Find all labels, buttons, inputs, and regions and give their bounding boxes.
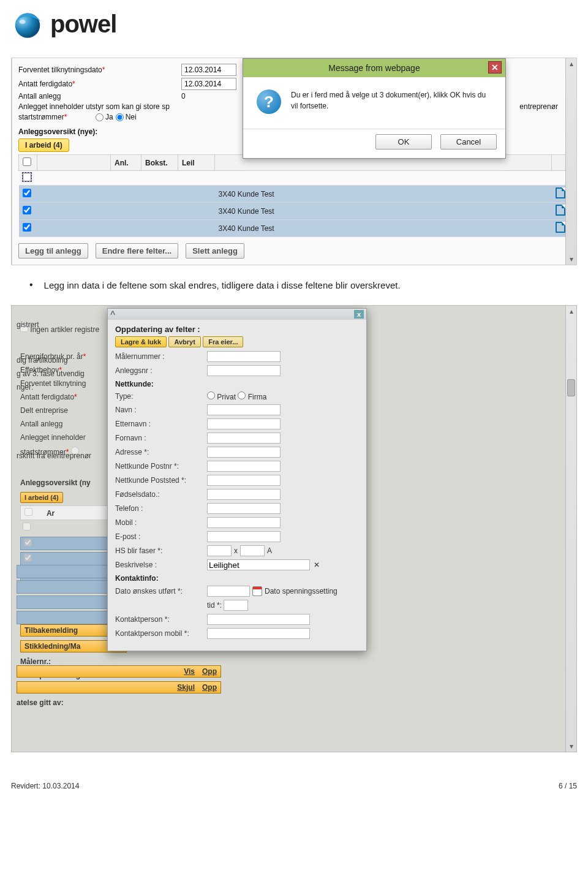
message-box: Message from webpage ✕ ? Du er i ferd me… (243, 58, 506, 159)
label-forventet-dato: Forventet tilknytningsdato* (18, 66, 178, 74)
button-lagre-lukk[interactable]: Lagre & lukk (115, 336, 167, 347)
logo-sphere-icon (11, 7, 44, 40)
input-poststed[interactable] (207, 475, 281, 486)
message-box-text: Du er i ferd med å velge ut 3 dokument(e… (291, 89, 492, 112)
footer-page-number: 6 / 15 (559, 782, 577, 790)
bullet-note: • Legg inn data i de feltene som skal en… (29, 280, 577, 290)
input-navn[interactable] (207, 404, 281, 415)
input-hs-faser-1[interactable] (207, 545, 232, 556)
header-nettkunde: Nettkunde: (115, 380, 359, 388)
input-fornavn[interactable] (207, 433, 281, 444)
input-telefon[interactable] (207, 503, 281, 514)
label-etternavn: Etternavn : (115, 420, 207, 428)
input-fodselsdato[interactable] (207, 489, 281, 500)
label-utstyr-line: Anlegget inneholder utstyr som kan gi st… (18, 102, 170, 111)
cell-desc (215, 171, 552, 186)
scrollbar[interactable]: ▴ ▾ (565, 306, 576, 752)
input-postnr[interactable] (207, 461, 281, 472)
message-box-title: Message from webpage (328, 63, 420, 73)
chevron-up-icon[interactable]: ^ (110, 309, 115, 319)
radio-type-firma[interactable]: Firma (238, 391, 266, 401)
tab-i-arbeid[interactable]: I arbeid (4) (18, 138, 69, 152)
label-navn: Navn : (115, 406, 207, 414)
label-kontaktperson-mobil: Kontaktperson mobil *: (115, 629, 207, 638)
logo-wordmark: powel (50, 10, 116, 38)
svg-point-1 (20, 20, 26, 24)
button-legg-til-anlegg[interactable]: Legg til anlegg (18, 243, 88, 259)
input-anleggsnr[interactable] (207, 365, 281, 376)
document-icon[interactable] (556, 187, 565, 198)
cell-desc: 3X40 Kunde Test (215, 220, 552, 237)
value-antall-anlegg: 0 (181, 92, 186, 100)
close-icon[interactable]: ✕ (488, 61, 502, 74)
input-malernummer[interactable] (207, 351, 281, 362)
radio-type-privat[interactable]: Privat (207, 391, 236, 401)
trail-entreprenor: entreprenør (519, 102, 558, 111)
radio-startstrommer[interactable]: Ja Nei (96, 113, 137, 121)
cell-desc: 3X40 Kunde Test (215, 203, 552, 220)
label-startstrommer: startstrømmer* (18, 113, 92, 121)
checkbox-select-all[interactable] (23, 157, 31, 166)
calendar-icon[interactable] (252, 586, 262, 596)
dialog-title: Oppdatering av felter : (115, 325, 359, 334)
input-epost[interactable] (207, 531, 281, 542)
document-icon[interactable] (556, 205, 565, 216)
input-mobil[interactable] (207, 517, 281, 528)
clear-icon[interactable]: ✕ (314, 561, 320, 569)
close-icon[interactable]: x (354, 310, 364, 319)
col-bokst: Bokst. (141, 155, 178, 171)
button-endre-flere-felter[interactable]: Endre flere felter... (96, 243, 178, 259)
scroll-down-icon[interactable]: ▾ (566, 741, 576, 752)
checkbox-row[interactable] (23, 173, 31, 181)
scroll-thumb[interactable] (567, 379, 575, 396)
button-fra-eier[interactable]: Fra eier... (203, 336, 243, 347)
label-malernummer: Målernummer : (115, 352, 207, 361)
label-antatt-dato: Antatt ferdigdato* (18, 80, 178, 88)
input-kontaktperson[interactable] (207, 614, 310, 625)
input-kontaktperson-mobil[interactable] (207, 628, 310, 639)
input-adresse[interactable] (207, 447, 281, 458)
bullet-icon: • (29, 280, 33, 290)
scrollbar[interactable]: ▴ ▾ (565, 58, 576, 265)
screenshot-bottom: Ingen artikler registre Energiforbruk pr… (11, 305, 577, 752)
checkbox-row[interactable] (23, 189, 31, 197)
input-beskrivelse[interactable] (207, 559, 310, 570)
button-slett-anlegg[interactable]: Slett anlegg (186, 243, 244, 259)
label-hs-faser: HS blir faser *: (115, 546, 207, 555)
screenshot-top: Forventet tilknytningsdato* dd.mm.åååå A… (11, 58, 577, 265)
label-poststed: Nettkunde Poststed *: (115, 476, 207, 485)
button-avbryt[interactable]: Avbryt (168, 336, 200, 347)
label-mobil: Mobil : (115, 518, 207, 527)
checkbox-row[interactable] (23, 223, 31, 232)
label-kontaktperson: Kontaktperson *: (115, 615, 207, 624)
col-anl: Anl. (111, 155, 141, 171)
input-forventet-dato[interactable] (181, 64, 236, 76)
button-cancel[interactable]: Cancel (440, 134, 497, 149)
label-beskrivelse: Beskrivelse : (115, 561, 207, 569)
input-tid[interactable] (224, 600, 248, 611)
label-epost: E-post : (115, 532, 207, 541)
input-antatt-dato[interactable] (181, 78, 236, 90)
question-icon: ? (257, 89, 281, 114)
label-type: Type: (115, 392, 207, 401)
cell-desc: 3X40 Kunde Test (215, 186, 552, 203)
document-icon[interactable] (556, 222, 565, 233)
input-hs-faser-2[interactable] (240, 545, 265, 556)
label-antall-anlegg: Antall anlegg (18, 92, 178, 100)
input-etternavn[interactable] (207, 418, 281, 429)
label-telefon: Telefon : (115, 504, 207, 513)
logo: powel (11, 7, 577, 40)
input-dato-utfort[interactable] (207, 586, 250, 597)
checkbox-row[interactable] (23, 206, 31, 214)
label-dato-utfort: Dato ønskes utført *: (115, 587, 207, 595)
scroll-down-icon[interactable]: ▾ (566, 254, 576, 265)
scroll-up-icon[interactable]: ▴ (566, 58, 576, 69)
dialog-oppdatering: ^ x Oppdatering av felter : Lagre & lukk… (107, 308, 367, 651)
label-anleggsnr: Anleggsnr : (115, 366, 207, 375)
header-kontaktinfo: Kontaktinfo: (115, 574, 359, 583)
anlegg-table: Anl. Bokst. Leil (18, 154, 570, 237)
footer-revidert: Revidert: 10.03.2014 (11, 782, 79, 790)
button-ok[interactable]: OK (375, 134, 432, 149)
scroll-up-icon[interactable]: ▴ (566, 306, 576, 317)
label-fodselsdato: Fødselsdato.: (115, 490, 207, 499)
